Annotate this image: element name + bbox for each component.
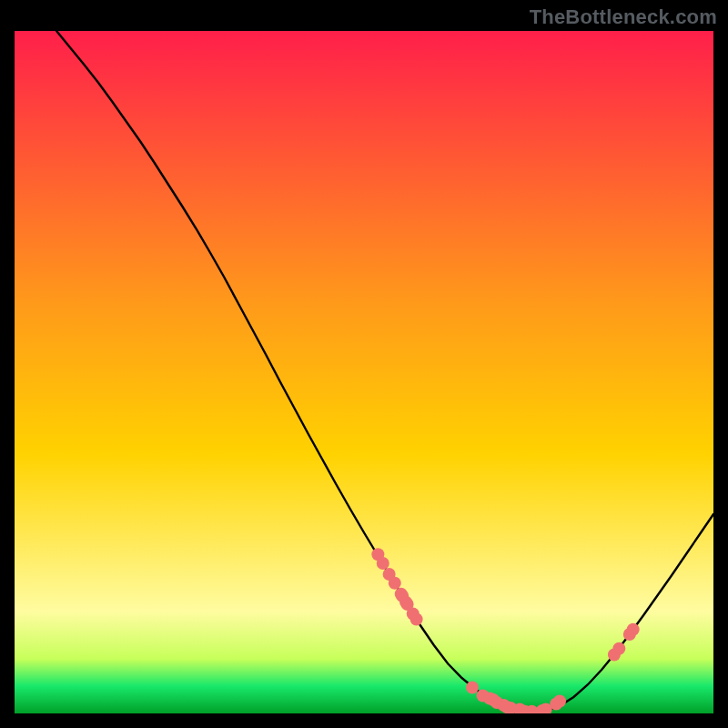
- watermark: TheBottleneck.com: [530, 5, 717, 29]
- data-marker: [466, 682, 479, 694]
- data-marker: [627, 623, 640, 636]
- bottleneck-chart: [15, 31, 713, 713]
- gradient-background: [15, 31, 713, 713]
- data-marker: [410, 613, 423, 626]
- data-marker: [389, 577, 401, 590]
- data-marker: [553, 695, 566, 708]
- data-marker: [377, 557, 389, 570]
- chart-frame: [15, 31, 713, 713]
- data-marker: [612, 642, 625, 655]
